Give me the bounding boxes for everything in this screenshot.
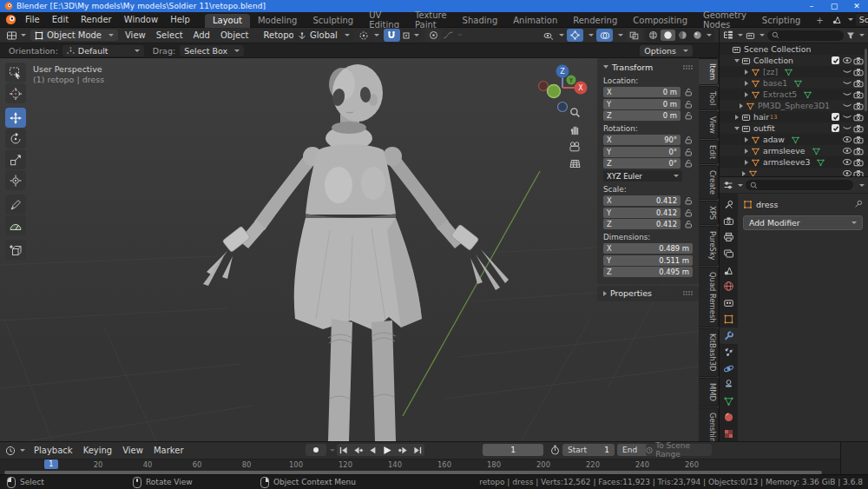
drag-dropdown[interactable]: Select Box [180,45,244,56]
properties-tab-world[interactable] [720,278,738,294]
viewport-menu-object[interactable]: Object [215,30,254,40]
sidebar-tab-puresky[interactable]: PureSky [699,226,719,265]
eye-icon[interactable] [841,147,852,155]
transform-orientation-dropdown[interactable]: Global [293,30,354,42]
outliner-row-base1[interactable]: base1 [720,77,868,89]
properties-tab-scene[interactable] [720,261,738,278]
viewport-menu-select[interactable]: Select [151,30,188,40]
orthographic-toggle-icon[interactable] [569,159,581,171]
expand-toggle[interactable] [742,160,750,165]
outliner-row-pm3d-sphere3d1[interactable]: PM3D_Sphere3D1 [720,100,868,111]
pin-icon[interactable] [854,200,863,208]
outliner-row-hair[interactable]: hair13 [720,111,868,122]
viewport-3d[interactable]: User Perspective (1) retopo | dress Y Z … [0,58,719,441]
properties-panel-collapsed[interactable]: Properties [597,286,699,301]
properties-tab-constraints[interactable] [720,376,738,393]
timeline-editor-type[interactable] [5,446,25,456]
tool-annotate-button[interactable] [5,195,26,215]
transform-location-y-field[interactable]: Y0 m [603,99,681,109]
navigation-gizmo[interactable]: Y Z X [531,62,594,116]
timeline-menu-keying[interactable]: Keying [78,446,118,455]
transform-scale-x-field[interactable]: X0.412 [603,195,681,206]
workspace-tab-modeling[interactable]: Modeling [250,14,306,28]
add-workspace-button[interactable]: + [808,14,831,28]
properties-tab-texture[interactable] [720,426,738,442]
scene-selector[interactable]: Scene × [856,14,868,26]
orientation-dropdown[interactable]: Default [62,45,144,56]
rotation-mode-dropdown[interactable]: XYZ Euler [603,170,682,182]
close-button[interactable]: ✕ [845,2,868,10]
sidebar-tab-edit[interactable]: Edit [699,140,719,164]
workspace-tab-scripting[interactable]: Scripting [754,14,808,28]
timeline-menu-marker[interactable]: Marker [148,446,189,455]
expand-toggle[interactable] [733,115,740,120]
editor-type-button[interactable] [3,30,29,41]
disable-render-icon[interactable] [852,135,864,144]
eye-icon[interactable] [841,135,852,143]
outliner-row-armsleeve3[interactable]: armsleeve3 [720,156,868,168]
properties-tab-collection[interactable] [720,294,738,311]
tool-cursor-button[interactable] [5,83,26,103]
pan-icon[interactable] [569,124,581,136]
properties-tab-material[interactable] [720,409,738,426]
outliner-filter-dropdown[interactable] [846,31,865,40]
outliner-display-mode[interactable] [723,30,743,40]
transform-dimensions-x-field[interactable]: X0.489 m [603,243,693,254]
snap-toggle[interactable] [384,29,400,42]
outliner-row-adaw[interactable]: adaw [720,134,868,145]
properties-editor-type[interactable] [723,181,743,190]
hide-viewport-icon[interactable] [841,113,852,121]
properties-tab-particles[interactable] [720,344,738,360]
menu-help[interactable]: Help [164,15,196,24]
sidebar-tab-mmd[interactable]: MMD [699,378,719,406]
disable-render-icon[interactable] [852,79,864,88]
expand-toggle[interactable] [742,92,750,97]
expand-toggle[interactable] [733,59,740,63]
hide-viewport-icon[interactable] [841,79,852,87]
proportional-editing-toggle[interactable] [425,29,442,42]
outliner-scrollbar[interactable] [865,49,867,111]
disable-render-icon[interactable] [852,124,864,133]
outliner-row-outfit[interactable]: outfit [720,122,868,134]
properties-tab-object-data[interactable] [720,393,738,409]
expand-toggle[interactable] [742,137,750,142]
lock-icon[interactable] [683,148,693,156]
workspace-tab-animation[interactable]: Animation [505,14,565,28]
properties-filter-dropdown[interactable] [859,184,865,187]
properties-tab-output[interactable] [720,229,738,246]
expand-toggle[interactable] [742,69,750,75]
disable-render-icon[interactable] [852,90,864,99]
sidebar-tab-xps[interactable]: XPS [699,201,719,225]
lock-icon[interactable] [683,220,693,228]
outliner-filter-collection-icon[interactable] [746,31,765,40]
add-modifier-button[interactable]: Add Modifier [743,215,863,230]
timeline-menu-view[interactable]: View [117,446,148,455]
tool-measure-button[interactable] [5,215,26,235]
snap-with-dropdown[interactable] [400,29,421,42]
previous-keyframe-button[interactable] [353,446,364,454]
lock-icon[interactable] [683,208,693,217]
transform-scale-z-field[interactable]: Z0.412 [603,219,681,229]
outliner-row-scene-collection[interactable]: Scene Collection [720,43,868,55]
transform-dimensions-z-field[interactable]: Z0.495 m [603,267,693,277]
menu-file[interactable]: File [19,15,46,24]
properties-tab-render[interactable] [720,213,738,229]
disable-render-icon[interactable] [852,113,864,122]
properties-tab-object[interactable] [720,311,738,327]
expand-toggle[interactable] [739,103,745,109]
show-object-types-dropdown[interactable] [543,31,564,40]
frame-start-field[interactable]: Start 1 [562,444,615,456]
tool-transform-button[interactable] [5,170,26,190]
properties-tab-tool[interactable] [720,196,738,213]
expand-toggle[interactable] [742,81,750,86]
eye-icon[interactable] [841,56,852,64]
hide-viewport-icon[interactable] [841,124,852,132]
shading-solid-button[interactable] [661,30,675,41]
show-gizmo-toggle[interactable] [567,29,583,42]
disable-render-icon[interactable] [852,147,864,155]
transform-location-z-field[interactable]: Z0 m [603,110,681,121]
shading-material-button[interactable] [675,30,690,41]
viewport-menu-view[interactable]: View [120,30,151,40]
tool-add-cube-button[interactable] [5,240,26,260]
current-frame-field[interactable]: 1 [483,444,543,456]
